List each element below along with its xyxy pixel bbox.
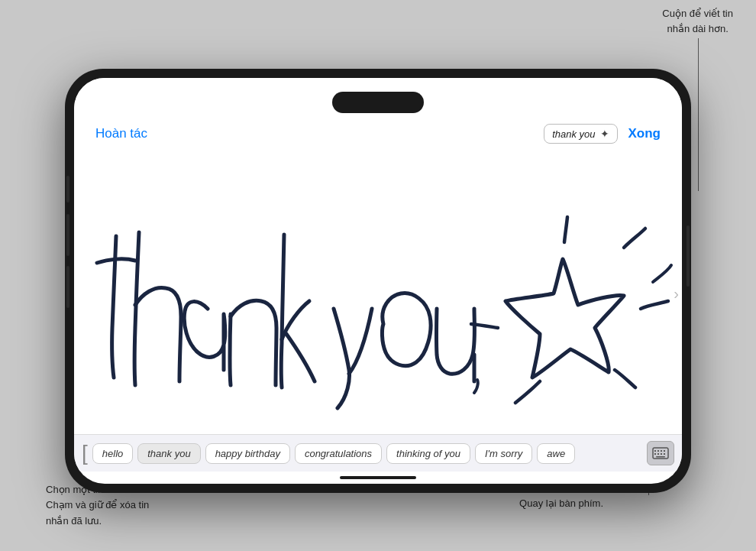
scene: Cuộn để viết tin nhắn dài hơn. Chọn một … — [0, 0, 756, 551]
drawing-area[interactable]: › — [74, 153, 682, 434]
svg-rect-4 — [664, 450, 665, 452]
phone-side-button-power — [687, 225, 690, 287]
svg-rect-8 — [664, 453, 665, 455]
svg-rect-5 — [654, 453, 656, 455]
preview-text: thank you — [552, 128, 595, 140]
svg-rect-9 — [656, 456, 665, 458]
preset-thinking-of-you[interactable]: thinking of you — [386, 443, 470, 464]
preset-thank-you[interactable]: thank you — [137, 443, 200, 464]
svg-rect-2 — [657, 450, 659, 452]
keyboard-icon — [652, 447, 669, 459]
preset-congratulations[interactable]: congratulations — [295, 443, 382, 464]
preset-hello[interactable]: hello — [92, 443, 133, 464]
preset-happy-birthday[interactable]: happy birthday — [205, 443, 290, 464]
connector-line-top — [698, 38, 699, 191]
star-icon: ✦ — [600, 128, 609, 140]
svg-rect-1 — [654, 450, 656, 452]
svg-rect-3 — [661, 450, 662, 452]
phone-side-button-vol-down — [66, 266, 69, 308]
home-indicator — [340, 476, 416, 479]
preset-awe[interactable]: awe — [537, 443, 575, 464]
preview-bubble: thank you ✦ — [544, 124, 617, 144]
phone-screen: Hoàn tác thank you ✦ Xong — [74, 78, 682, 484]
svg-rect-6 — [657, 453, 659, 455]
bracket-icon: [ — [82, 442, 88, 464]
keyboard-button[interactable] — [647, 441, 674, 465]
done-button[interactable]: Xong — [628, 126, 661, 141]
annotation-bottom-right: Quay lại bàn phím. — [519, 498, 603, 509]
preset-im-sorry[interactable]: I'm sorry — [475, 443, 532, 464]
handwriting-svg — [74, 153, 682, 434]
right-arrow[interactable]: › — [674, 285, 679, 303]
phone-side-button-vol-up — [66, 214, 69, 256]
svg-rect-7 — [661, 453, 662, 455]
top-right-group: thank you ✦ Xong — [544, 124, 661, 144]
dynamic-island — [332, 92, 424, 113]
annotation-top-right: Cuộn để viết tin nhắn dài hơn. — [662, 6, 733, 36]
undo-button[interactable]: Hoàn tác — [95, 126, 147, 141]
preset-bar: [ hello thank you happy birthday congrat… — [74, 434, 682, 472]
phone-frame: Hoàn tác thank you ✦ Xong — [65, 69, 691, 493]
phone-side-button-mute — [66, 176, 69, 203]
top-bar: Hoàn tác thank you ✦ Xong — [74, 78, 682, 153]
